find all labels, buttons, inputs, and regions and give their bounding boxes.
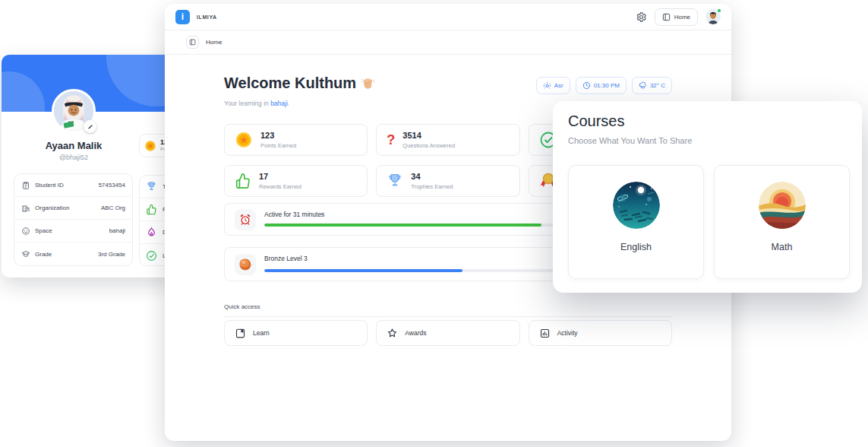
screen: Ayaan Malik @bhaji52 Student ID 57453454… <box>0 0 868 447</box>
sunset-landscape-illustration <box>759 182 806 229</box>
clock-icon <box>582 81 591 90</box>
student-name: Ayaan Malik <box>2 140 146 151</box>
app-top-bar: i ILMIYA Home <box>165 4 731 30</box>
detail-label: Grade <box>35 251 52 258</box>
building-icon <box>21 204 30 213</box>
subtitle-period: . <box>288 100 289 107</box>
weather-label: 32° C <box>650 82 665 89</box>
stat-label: Points Earned <box>260 142 296 149</box>
courses-subtitle: Choose What You Want To Share <box>568 136 692 145</box>
edit-profile-button[interactable] <box>84 120 96 133</box>
id-badge-icon <box>21 181 30 190</box>
stat-card-rewards: 17Rewards Earned <box>224 165 368 197</box>
stat-card-questions: ? 3514Questions Answered <box>376 124 519 156</box>
detail-row-organization: Organization ABC Org <box>14 197 132 220</box>
quick-access-label: Activity <box>557 329 578 337</box>
breadcrumb-home-iconbox[interactable] <box>186 36 199 49</box>
book-icon <box>235 328 246 339</box>
alarm-clock-icon <box>239 214 251 226</box>
thumbs-up-icon <box>146 204 157 215</box>
pencil-icon <box>87 124 93 130</box>
divider <box>224 316 672 317</box>
layout-icon <box>662 13 671 21</box>
star-icon <box>387 328 398 339</box>
progress-fill <box>264 269 462 273</box>
question-mark-icon: ? <box>387 133 395 147</box>
stat-label: Questions Answered <box>402 142 455 149</box>
subtitle-text: Your learning in <box>224 100 270 107</box>
bar-chart-icon <box>539 328 551 339</box>
course-card-english[interactable]: English <box>568 165 704 279</box>
gear-icon[interactable] <box>636 11 647 23</box>
quick-access-learn[interactable]: Learn <box>224 320 368 346</box>
stat-label: Trophies Earned <box>411 183 453 190</box>
weather-cloud-icon <box>639 81 647 90</box>
stat-card-trophies: 34Trophies Earned <box>376 165 519 197</box>
ocean-space-illustration <box>613 182 660 229</box>
stat-value: 123 <box>260 131 296 141</box>
student-details-card: Student ID 57453454 Organization ABC Org… <box>14 173 133 266</box>
course-card-math[interactable]: Math <box>714 165 850 279</box>
student-handle: @bhaji52 <box>2 154 146 161</box>
detail-value: 57453454 <box>98 182 125 189</box>
quick-access-title: Quick access <box>224 303 260 310</box>
coin-star-icon <box>235 131 253 149</box>
detail-row-student-id: Student ID 57453454 <box>14 174 132 197</box>
ilmiya-logo[interactable]: i <box>175 10 190 24</box>
stat-value: 34 <box>411 172 453 182</box>
detail-value: bahaji <box>109 227 125 234</box>
home-button[interactable]: Home <box>655 8 698 26</box>
stat-label: Rewards Earned <box>259 183 301 190</box>
prayer-time-chip[interactable]: Asr <box>536 77 570 94</box>
coin-star-icon <box>144 140 156 152</box>
welcome-subtitle: Your learning in bahaji. <box>224 100 289 107</box>
decorative-circle <box>2 71 45 112</box>
layout-icon <box>189 39 196 46</box>
top-bar-actions: Home <box>636 8 721 26</box>
trophy-icon <box>387 173 403 189</box>
space-link[interactable]: bahaji <box>270 100 288 107</box>
bronze-medal-iconbox <box>235 254 256 275</box>
quick-access-grid: Learn Awards Activity <box>224 320 672 346</box>
courses-title: Courses <box>568 113 624 130</box>
stat-card-points: 123Points Earned <box>224 124 368 156</box>
status-chips: Asr 01:30 PM 32° C <box>224 77 672 94</box>
course-name: English <box>569 242 703 252</box>
online-status-dot <box>717 8 721 13</box>
math-course-image <box>759 182 806 229</box>
progress-title: Active for 31 minutes <box>264 211 324 218</box>
progress-fill <box>264 224 541 227</box>
graduation-cap-icon <box>21 249 30 258</box>
detail-value: 3rd Grade <box>98 251 125 258</box>
course-name: Math <box>715 242 849 252</box>
stat-value: 17 <box>259 172 301 182</box>
brand-name: ILMIYA <box>197 14 217 20</box>
detail-label: Student ID <box>35 182 64 189</box>
detail-label: Space <box>35 227 52 234</box>
trophy-icon <box>146 181 157 192</box>
breadcrumb-label[interactable]: Home <box>206 39 222 46</box>
home-button-label: Home <box>674 14 690 21</box>
thumbs-up-icon <box>235 173 251 189</box>
detail-value: ABC Org <box>101 204 125 211</box>
quick-access-label: Awards <box>405 329 426 337</box>
check-circle-icon <box>146 250 157 262</box>
prayer-time-label: Asr <box>554 82 563 89</box>
smiley-icon <box>21 227 30 236</box>
flame-icon <box>146 227 157 238</box>
bronze-medal-icon <box>238 258 252 271</box>
courses-dialog: Courses Choose What You Want To Share <box>553 101 862 293</box>
progress-title: Bronze Level 3 <box>264 255 308 262</box>
quick-access-activity[interactable]: Activity <box>529 320 672 346</box>
prayer-time-sun-icon <box>543 81 551 90</box>
detail-label: Organization <box>35 204 69 211</box>
weather-chip[interactable]: 32° C <box>632 77 672 94</box>
english-course-image <box>613 182 660 229</box>
detail-row-space: Space bahaji <box>14 220 132 243</box>
time-label: 01:30 PM <box>594 82 620 89</box>
quick-access-awards[interactable]: Awards <box>376 320 519 346</box>
user-avatar[interactable] <box>705 9 721 24</box>
time-chip[interactable]: 01:30 PM <box>576 77 627 94</box>
detail-row-grade: Grade 3rd Grade <box>14 243 132 265</box>
quick-access-label: Learn <box>253 329 270 337</box>
